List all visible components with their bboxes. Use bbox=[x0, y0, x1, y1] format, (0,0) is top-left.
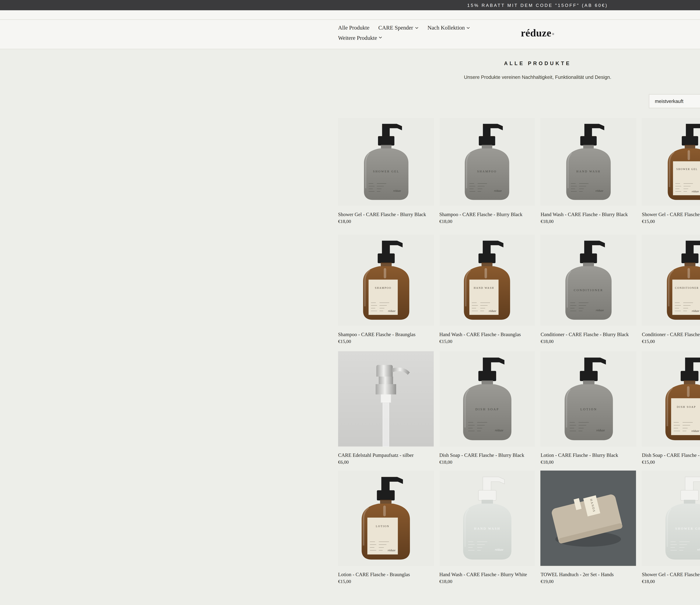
product-image[interactable]: DISH SOAP réduze bbox=[439, 351, 535, 446]
brand-logo: réduze® bbox=[0, 27, 700, 39]
product-price: €19,00 bbox=[541, 579, 636, 584]
product-image[interactable]: SHAMPOO réduze bbox=[439, 118, 535, 206]
product-price: €15,00 bbox=[338, 579, 434, 584]
product-price: €18,00 bbox=[541, 339, 636, 344]
product-image[interactable]: SHOWER GEL réduze bbox=[338, 118, 434, 206]
product-title[interactable]: Hand Wash - CARE Flasche - Blurry Black bbox=[541, 211, 636, 217]
sort-select-value: meistverkauft bbox=[655, 98, 683, 103]
product-row: LOTION réduze Lotion - CARE Flasche - Br… bbox=[338, 470, 700, 584]
svg-text:CONDITIONER: CONDITIONER bbox=[574, 289, 603, 292]
product-card[interactable]: HAND WASH réduze Hand Wash - CARE Flasch… bbox=[541, 118, 636, 224]
product-title[interactable]: TOWEL Handtuch - 2er Set - Hands bbox=[541, 571, 636, 577]
svg-text:LOTION: LOTION bbox=[376, 525, 390, 528]
svg-text:réduze: réduze bbox=[495, 429, 503, 432]
svg-text:CONDITIONER: CONDITIONER bbox=[675, 286, 698, 289]
svg-text:réduze: réduze bbox=[697, 548, 700, 551]
svg-text:SHOWER GEL: SHOWER GEL bbox=[675, 527, 700, 530]
svg-text:réduze: réduze bbox=[595, 189, 603, 192]
product-title[interactable]: Shower Gel - CARE Flasche - Braunglas bbox=[642, 211, 700, 217]
svg-text:LOTION: LOTION bbox=[580, 408, 597, 411]
product-title[interactable]: Hand Wash - CARE Flasche - Blurry White bbox=[439, 571, 535, 577]
svg-text:réduze: réduze bbox=[388, 309, 395, 312]
product-title[interactable]: Dish Soap - CARE Flasche - Braunglas bbox=[642, 452, 700, 458]
svg-text:SHOWER GEL: SHOWER GEL bbox=[373, 170, 399, 173]
language-bar: Deutsch bbox=[0, 10, 700, 20]
header: Alle Produkte CARE Spender Nach Kollekti… bbox=[0, 20, 700, 50]
svg-text:HAND WASH: HAND WASH bbox=[474, 527, 500, 530]
svg-text:DISH SOAP: DISH SOAP bbox=[475, 408, 499, 411]
product-title[interactable]: Shampoo - CARE Flasche - Braunglas bbox=[338, 331, 434, 337]
product-title[interactable]: Shower Gel - CARE Flasche - Blurry White bbox=[642, 571, 700, 577]
product-price: €15,00 bbox=[642, 339, 700, 344]
product-title[interactable]: Lotion - CARE Flasche - Blurry Black bbox=[541, 452, 636, 458]
product-price: €18,00 bbox=[541, 460, 636, 464]
svg-text:réduze: réduze bbox=[692, 309, 699, 312]
sort-select[interactable]: meistverkauft bbox=[649, 94, 700, 108]
svg-text:HAND WASH: HAND WASH bbox=[474, 286, 494, 289]
product-title[interactable]: Hand Wash - CARE Flasche - Braunglas bbox=[439, 331, 535, 337]
product-image[interactable]: HANDS bbox=[541, 470, 636, 566]
svg-text:SHAMPOO: SHAMPOO bbox=[375, 286, 391, 289]
product-image[interactable]: LOTION réduze bbox=[338, 470, 434, 566]
product-title[interactable]: CARE Edelstahl Pumpaufsatz - silber bbox=[338, 452, 434, 458]
product-image[interactable]: HAND WASH réduze bbox=[439, 235, 535, 326]
promo-banner-text: 15% RABATT MIT DEM CODE "15OFF" (AB 60€) bbox=[467, 3, 608, 7]
product-card[interactable]: CONDITIONER réduze Conditioner - CARE Fl… bbox=[541, 235, 636, 344]
product-card[interactable]: DISH SOAP réduze Dish Soap - CARE Flasch… bbox=[439, 351, 535, 465]
product-title[interactable]: Shampoo - CARE Flasche - Blurry Black bbox=[439, 211, 535, 217]
product-card[interactable]: DISH SOAP réduze Dish Soap - CARE Flasch… bbox=[642, 351, 700, 465]
product-card[interactable]: HANDS TOWEL Handtuch - 2er Set - Hands €… bbox=[541, 470, 636, 584]
product-card[interactable]: SHOWER GEL réduze Shower Gel - CARE Flas… bbox=[338, 118, 434, 224]
product-image[interactable]: SHOWER GEL réduze bbox=[642, 470, 700, 566]
svg-text:réduze: réduze bbox=[495, 548, 503, 551]
product-price: €18,00 bbox=[439, 460, 535, 464]
brand-logo-text: réduze bbox=[521, 27, 551, 39]
product-image[interactable]: HAND WASH réduze bbox=[541, 118, 636, 206]
registered-mark: ® bbox=[552, 32, 554, 36]
product-card[interactable]: SHAMPOO réduze Shampoo - CARE Flasche - … bbox=[439, 118, 535, 224]
svg-text:réduze: réduze bbox=[489, 309, 496, 312]
product-card[interactable]: Ausverkauft CONDITIONER réduze Condition… bbox=[642, 235, 700, 344]
product-price: €18,00 bbox=[642, 579, 700, 584]
product-card[interactable]: HAND WASH réduze Hand Wash - CARE Flasch… bbox=[439, 235, 535, 344]
page: 15% RABATT MIT DEM CODE "15OFF" (AB 60€)… bbox=[0, 0, 700, 605]
product-card[interactable]: CARE Edelstahl Pumpaufsatz - silber €6,0… bbox=[338, 351, 434, 465]
product-price: €18,00 bbox=[439, 219, 535, 224]
product-row: SHOWER GEL réduze Shower Gel - CARE Flas… bbox=[338, 118, 700, 224]
product-price: €18,00 bbox=[439, 579, 535, 584]
product-image[interactable]: SHAMPOO réduze bbox=[338, 235, 434, 326]
product-card[interactable]: LOTION réduze Lotion - CARE Flasche - Bl… bbox=[541, 351, 636, 465]
product-image[interactable]: LOTION réduze bbox=[541, 351, 636, 446]
product-image[interactable]: DISH SOAP réduze bbox=[642, 351, 700, 446]
brand-logo-link[interactable]: réduze® bbox=[521, 27, 554, 39]
product-image[interactable]: CONDITIONER réduze bbox=[642, 235, 700, 326]
svg-text:SHAMPOO: SHAMPOO bbox=[477, 170, 497, 173]
product-title[interactable]: Dish Soap - CARE Flasche - Blurry Black bbox=[439, 452, 535, 458]
product-price: €18,00 bbox=[338, 219, 434, 224]
product-price: €15,00 bbox=[338, 339, 434, 344]
product-title[interactable]: Conditioner - CARE Flasche - Blurry Blac… bbox=[541, 331, 636, 337]
svg-text:réduze: réduze bbox=[494, 189, 502, 192]
product-title[interactable]: Lotion - CARE Flasche - Braunglas bbox=[338, 571, 434, 577]
svg-text:réduze: réduze bbox=[596, 309, 604, 312]
svg-text:DISH SOAP: DISH SOAP bbox=[677, 406, 696, 408]
product-card[interactable]: LOTION réduze Lotion - CARE Flasche - Br… bbox=[338, 470, 434, 584]
product-image[interactable]: CONDITIONER réduze bbox=[541, 235, 636, 326]
svg-text:réduze: réduze bbox=[692, 190, 699, 193]
product-card[interactable]: SHAMPOO réduze Shampoo - CARE Flasche - … bbox=[338, 235, 434, 344]
product-card[interactable]: HAND WASH réduze Hand Wash - CARE Flasch… bbox=[439, 470, 535, 584]
product-price: €18,00 bbox=[541, 219, 636, 224]
product-title[interactable]: Shower Gel - CARE Flasche - Blurry Black bbox=[338, 211, 434, 217]
product-card[interactable]: SHOWER GEL réduze Shower Gel - CARE Flas… bbox=[642, 118, 700, 224]
page-title: ALLE PRODUKTE bbox=[0, 60, 700, 67]
product-image[interactable]: HAND WASH réduze bbox=[439, 470, 535, 566]
product-card[interactable]: SHOWER GEL réduze Shower Gel - CARE Flas… bbox=[642, 470, 700, 584]
product-title[interactable]: Conditioner - CARE Flasche - Braunglas bbox=[642, 331, 700, 337]
product-price: €15,00 bbox=[439, 339, 535, 344]
product-image[interactable]: SHOWER GEL réduze bbox=[642, 118, 700, 206]
page-subtitle: Unsere Produkte vereinen Nachhaltigkeit,… bbox=[0, 74, 700, 80]
product-price: €15,00 bbox=[642, 219, 700, 224]
promo-banner: 15% RABATT MIT DEM CODE "15OFF" (AB 60€) bbox=[0, 0, 700, 10]
product-image[interactable] bbox=[338, 351, 434, 446]
svg-text:HAND WASH: HAND WASH bbox=[576, 170, 600, 173]
